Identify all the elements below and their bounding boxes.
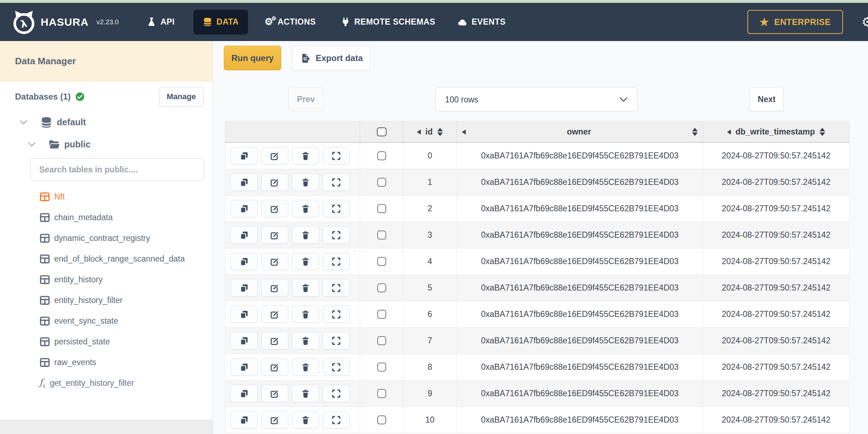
export-data-button[interactable]: Export data — [292, 46, 370, 70]
row-checkbox[interactable] — [377, 231, 386, 239]
collapse-column-icon[interactable] — [462, 130, 466, 135]
expand-row-button[interactable] — [323, 147, 350, 165]
chevron-down-icon[interactable] — [28, 142, 36, 147]
tree-node-database-default[interactable]: default — [0, 112, 213, 132]
edit-row-button[interactable] — [261, 385, 288, 402]
row-select-cell[interactable] — [360, 328, 403, 354]
delete-row-button[interactable] — [292, 200, 319, 217]
delete-row-button[interactable] — [292, 253, 319, 270]
search-tables-input[interactable] — [30, 158, 204, 181]
edit-row-button[interactable] — [261, 358, 288, 376]
row-checkbox[interactable] — [377, 204, 386, 213]
nav-tab-data[interactable]: DATA — [193, 10, 248, 35]
delete-row-button[interactable] — [292, 306, 319, 323]
sidebar-table-event_sync_state[interactable]: event_sync_state — [0, 311, 213, 331]
copy-row-button[interactable] — [231, 253, 258, 270]
row-checkbox[interactable] — [377, 363, 386, 372]
copy-row-button[interactable] — [231, 385, 258, 402]
row-select-cell[interactable] — [360, 248, 403, 275]
expand-row-button[interactable] — [323, 226, 350, 244]
row-select-cell[interactable] — [360, 143, 403, 169]
nav-tab-api[interactable]: API — [147, 17, 175, 27]
copy-row-button[interactable] — [231, 173, 258, 191]
row-checkbox[interactable] — [377, 310, 386, 319]
edit-row-button[interactable] — [261, 332, 288, 349]
delete-row-button[interactable] — [292, 147, 319, 165]
sidebar-table-Nft[interactable]: Nft — [0, 186, 213, 207]
header-select-all[interactable] — [360, 121, 403, 143]
header-column-id[interactable]: id — [403, 121, 457, 143]
enterprise-button[interactable]: ★ ENTERPRISE — [747, 10, 843, 34]
delete-row-button[interactable] — [292, 279, 319, 297]
row-checkbox[interactable] — [377, 151, 386, 160]
row-checkbox[interactable] — [377, 283, 386, 292]
copy-row-button[interactable] — [231, 332, 258, 349]
next-page-button[interactable]: Next — [750, 87, 783, 111]
copy-row-button[interactable] — [231, 226, 258, 244]
expand-row-button[interactable] — [323, 279, 350, 297]
expand-row-button[interactable] — [323, 332, 350, 349]
delete-row-button[interactable] — [292, 226, 319, 244]
sidebar-function-get-entity-history-filter[interactable]: ƒx get_entity_history_filter — [0, 373, 213, 393]
expand-row-button[interactable] — [323, 200, 350, 217]
expand-row-button[interactable] — [323, 173, 350, 191]
row-select-cell[interactable] — [360, 275, 403, 301]
header-column-owner[interactable]: owner — [457, 121, 703, 143]
delete-row-button[interactable] — [292, 411, 319, 429]
expand-row-button[interactable] — [323, 411, 350, 429]
copy-row-button[interactable] — [231, 358, 258, 376]
row-select-cell[interactable] — [360, 169, 403, 196]
row-select-cell[interactable] — [360, 380, 403, 407]
expand-row-button[interactable] — [323, 385, 350, 402]
header-column-db-write-timestamp[interactable]: db_write_timestamp — [703, 121, 849, 143]
run-query-button[interactable]: Run query — [224, 46, 281, 70]
copy-row-button[interactable] — [231, 411, 258, 429]
manage-button[interactable]: Manage — [159, 87, 203, 106]
copy-row-button[interactable] — [231, 279, 258, 297]
row-checkbox[interactable] — [377, 257, 386, 266]
row-checkbox[interactable] — [377, 415, 386, 424]
edit-row-button[interactable] — [261, 200, 288, 217]
edit-row-button[interactable] — [261, 253, 288, 270]
copy-row-button[interactable] — [231, 306, 258, 323]
row-checkbox[interactable] — [377, 178, 386, 187]
edit-row-button[interactable] — [261, 226, 288, 244]
expand-row-button[interactable] — [323, 358, 350, 376]
expand-row-button[interactable] — [323, 306, 350, 323]
rows-per-page-select[interactable]: 100 rows — [435, 87, 637, 112]
chevron-down-icon[interactable] — [20, 120, 27, 125]
row-select-cell[interactable] — [360, 354, 403, 380]
collapse-column-icon[interactable] — [417, 130, 421, 135]
edit-row-button[interactable] — [261, 279, 288, 297]
sidebar-table-end_of_block_range_scanned_data[interactable]: end_of_block_range_scanned_data — [0, 248, 213, 269]
sort-icon[interactable] — [819, 128, 825, 136]
expand-row-button[interactable] — [323, 253, 350, 270]
sidebar-table-raw_events[interactable]: raw_events — [0, 352, 213, 373]
delete-row-button[interactable] — [292, 385, 319, 402]
gear-icon[interactable]: ⚙ — [862, 15, 868, 30]
prev-page-button[interactable]: Prev — [288, 87, 323, 111]
edit-row-button[interactable] — [261, 411, 288, 429]
nav-tab-actions[interactable]: ⚙⚙ ACTIONS — [264, 17, 316, 27]
row-checkbox[interactable] — [377, 336, 386, 345]
sidebar-table-persisted_state[interactable]: persisted_state — [0, 331, 213, 352]
sidebar-table-dynamic_contract_registry[interactable]: dynamic_contract_registry — [0, 228, 213, 248]
sidebar-table-entity_history[interactable]: entity_history — [0, 269, 213, 290]
delete-row-button[interactable] — [292, 358, 319, 376]
row-select-cell[interactable] — [360, 222, 403, 248]
edit-row-button[interactable] — [261, 173, 288, 191]
nav-tab-remote-schemas[interactable]: REMOTE SCHEMAS — [341, 17, 435, 27]
delete-row-button[interactable] — [292, 332, 319, 349]
sort-icon[interactable] — [437, 128, 443, 136]
select-all-checkbox[interactable] — [377, 127, 387, 136]
collapse-column-icon[interactable] — [727, 130, 731, 135]
sidebar-table-entity_history_filter[interactable]: entity_history_filter — [0, 290, 213, 311]
tree-node-schema-public[interactable]: public — [0, 135, 213, 153]
copy-row-button[interactable] — [231, 200, 258, 217]
sidebar-table-chain_metadata[interactable]: chain_metadata — [0, 207, 213, 228]
row-select-cell[interactable] — [360, 301, 403, 328]
copy-row-button[interactable] — [231, 147, 258, 165]
edit-row-button[interactable] — [261, 306, 288, 323]
row-checkbox[interactable] — [377, 389, 386, 398]
delete-row-button[interactable] — [292, 173, 319, 191]
